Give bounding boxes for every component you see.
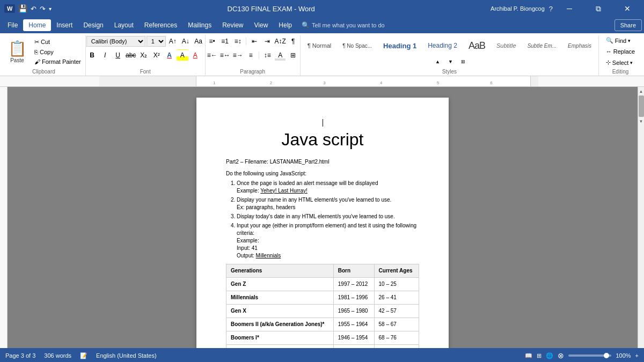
close-button[interactable]: ✕ bbox=[615, 0, 640, 17]
increase-indent-button[interactable]: ⇥ bbox=[261, 35, 273, 47]
save-icon[interactable]: 💾 bbox=[18, 4, 27, 13]
select-icon: ⊹ bbox=[606, 59, 611, 66]
menu-file[interactable]: File bbox=[2, 19, 23, 31]
bullets-button[interactable]: ≡• bbox=[206, 35, 218, 47]
font-size-select[interactable]: 11 bbox=[147, 36, 166, 47]
styles-scroll-up[interactable]: ▲ bbox=[431, 56, 443, 68]
highlight-button[interactable]: A bbox=[177, 49, 188, 61]
cut-button[interactable]: ✂ Cut bbox=[32, 38, 83, 47]
table-cell-born: 1997 – 2012 bbox=[333, 277, 374, 291]
zoom-slider[interactable] bbox=[568, 354, 611, 357]
document-area[interactable]: Java script Part2 – Filename: LASTANAME_… bbox=[8, 87, 638, 348]
menu-home[interactable]: Home bbox=[23, 19, 51, 31]
redo-icon[interactable]: ↷ bbox=[40, 5, 46, 13]
search-placeholder[interactable]: Tell me what you want to do bbox=[312, 22, 385, 28]
styles-group: ¶ Normal ¶ No Spac... Heading 1 Heading … bbox=[301, 35, 599, 76]
align-right-button[interactable]: ≡→ bbox=[232, 49, 244, 61]
styles-scroll-down[interactable]: ▼ bbox=[444, 56, 456, 68]
web-view-icon[interactable]: 🌐 bbox=[546, 352, 553, 359]
scroll-down-button[interactable]: ▼ bbox=[638, 118, 645, 124]
menu-review[interactable]: Review bbox=[217, 19, 248, 31]
replace-button[interactable]: ↔ Replace bbox=[603, 47, 638, 56]
increase-font-button[interactable]: A↑ bbox=[167, 35, 179, 47]
decrease-font-button[interactable]: A↓ bbox=[180, 35, 192, 47]
font-color-button[interactable]: A bbox=[189, 49, 201, 61]
align-left-button[interactable]: ≡← bbox=[206, 49, 218, 61]
table-cell-born: 1955 – 1964 bbox=[333, 317, 374, 331]
output-label: Output: Millennials bbox=[237, 253, 281, 258]
input-label: Input: 41 bbox=[237, 245, 258, 251]
menu-design[interactable]: Design bbox=[78, 19, 108, 31]
numbering-button[interactable]: ≡1 bbox=[219, 35, 231, 47]
select-button[interactable]: ⊹ Select ▾ bbox=[603, 57, 636, 68]
menu-insert[interactable]: Insert bbox=[51, 19, 78, 31]
example2-label: Example: bbox=[237, 238, 259, 243]
copy-button[interactable]: ⎘ Copy bbox=[32, 48, 83, 56]
styles-expand[interactable]: ⊞ bbox=[457, 56, 469, 68]
menu-references[interactable]: References bbox=[139, 19, 182, 31]
scroll-up-button[interactable]: ▲ bbox=[638, 88, 645, 94]
style-no-spacing[interactable]: ¶ No Spac... bbox=[338, 40, 377, 51]
scroll-thumb[interactable] bbox=[639, 95, 644, 117]
style-emphasis[interactable]: Emphasis bbox=[563, 40, 596, 51]
style-heading2[interactable]: Heading 2 bbox=[423, 39, 462, 52]
menu-mailings[interactable]: Mailings bbox=[182, 19, 217, 31]
line-spacing-button[interactable]: ↕≡ bbox=[261, 49, 273, 61]
editing-group: 🔍 Find ▾ ↔ Replace ⊹ Select ▾ Editing bbox=[599, 35, 642, 76]
shading-button[interactable]: A bbox=[274, 49, 286, 61]
generations-table: Generations Born Current Ages Gen Z1997 … bbox=[226, 264, 419, 348]
paste-button[interactable]: 📋 Paste bbox=[4, 39, 30, 64]
table-row: Gen X1965 – 198042 – 57 bbox=[226, 304, 419, 317]
style-heading1[interactable]: Heading 1 bbox=[378, 39, 421, 53]
language[interactable]: English (United States) bbox=[96, 352, 157, 359]
justify-button[interactable]: ≡ bbox=[245, 49, 257, 61]
borders-button[interactable]: ⊞ bbox=[287, 49, 299, 61]
style-subtle-emphasis[interactable]: Subtle Em... bbox=[523, 40, 561, 51]
restore-button[interactable]: ⧉ bbox=[586, 0, 611, 17]
style-title[interactable]: AaB bbox=[464, 38, 490, 54]
superscript-button[interactable]: X² bbox=[151, 49, 163, 61]
format-painter-button[interactable]: 🖌 Format Painter bbox=[32, 57, 83, 66]
close-notification-icon[interactable]: ⊗ bbox=[558, 351, 564, 360]
instruction-1: Once the page is loaded an alert message… bbox=[237, 180, 419, 195]
menu-view[interactable]: View bbox=[249, 19, 274, 31]
minimize-button[interactable]: ─ bbox=[557, 0, 582, 17]
layout-view-icon[interactable]: ⊞ bbox=[537, 352, 541, 359]
strikethrough-button[interactable]: abc bbox=[125, 49, 137, 61]
decrease-indent-button[interactable]: ⇤ bbox=[248, 35, 260, 47]
find-button[interactable]: 🔍 Find ▾ bbox=[603, 35, 634, 46]
style-subtitle[interactable]: Subtitle bbox=[492, 40, 521, 51]
menu-help[interactable]: Help bbox=[273, 19, 297, 31]
share-button[interactable]: Share bbox=[614, 19, 642, 31]
title-bar: W 💾 ↶ ↷ ▾ DC130 FINAL EXAM - Word Archib… bbox=[0, 0, 644, 17]
spelling-icon[interactable]: 📝 bbox=[80, 352, 87, 359]
vertical-scrollbar[interactable]: ▲ ▼ bbox=[638, 87, 644, 348]
replace-icon: ↔ bbox=[606, 48, 612, 55]
word-count: 306 words bbox=[44, 352, 71, 359]
align-center-button[interactable]: ≡↔ bbox=[219, 49, 231, 61]
undo-icon[interactable]: ↶ bbox=[31, 5, 36, 13]
clear-format-button[interactable]: Aa bbox=[193, 35, 204, 47]
italic-button[interactable]: I bbox=[99, 49, 111, 61]
table-cell-gen: Boomers I* bbox=[226, 331, 334, 344]
underline-button[interactable]: U bbox=[112, 49, 124, 61]
status-left: Page 3 of 3 306 words 📝 English (United … bbox=[5, 352, 157, 359]
table-cell-born: 1981 – 1996 bbox=[333, 291, 374, 304]
text-effects-button[interactable]: A bbox=[164, 49, 175, 61]
sort-button[interactable]: A↕Z bbox=[274, 35, 286, 47]
style-normal[interactable]: ¶ Normal bbox=[303, 40, 336, 51]
subscript-button[interactable]: X₂ bbox=[138, 49, 150, 61]
font-name-select[interactable]: Calibri (Body) bbox=[86, 36, 145, 47]
instruction-3: Display today's date in any HTML element… bbox=[237, 213, 419, 220]
read-view-icon[interactable]: 📖 bbox=[525, 352, 532, 359]
zoom-in-icon[interactable]: + bbox=[635, 352, 639, 359]
page-info: Page 3 of 3 bbox=[5, 352, 35, 359]
help-icon[interactable]: ? bbox=[549, 5, 553, 13]
menu-layout[interactable]: Layout bbox=[109, 19, 139, 31]
table-cell-born: 1965 – 1980 bbox=[333, 304, 374, 317]
table-cell-gen: Gen X bbox=[226, 304, 334, 317]
multilevel-button[interactable]: ≡↕ bbox=[232, 35, 244, 47]
show-formatting-button[interactable]: ¶ bbox=[287, 35, 299, 47]
zoom-thumb bbox=[604, 353, 609, 358]
bold-button[interactable]: B bbox=[86, 49, 98, 61]
